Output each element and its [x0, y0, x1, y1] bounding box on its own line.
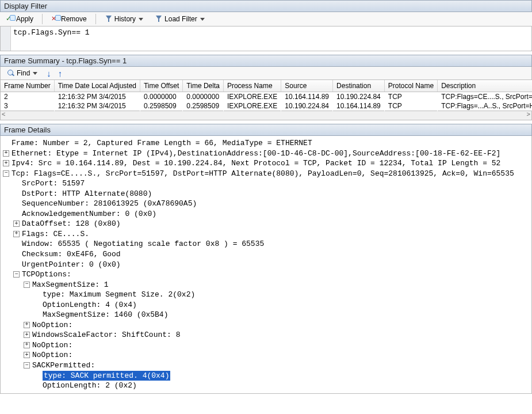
col-frame-number[interactable]: Frame Number	[1, 80, 55, 92]
col-description[interactable]: Description	[438, 80, 532, 92]
tree-toggle	[13, 251, 20, 257]
tree-mss[interactable]: − MaxSegmentSize: 1	[3, 280, 530, 290]
tree-sackpermitted[interactable]: − SACKPermitted:	[3, 360, 530, 371]
tree-toggle	[13, 191, 20, 197]
load-filter-icon	[155, 15, 163, 23]
tree-tcpoptions[interactable]: − TCPOptions:	[3, 269, 530, 280]
remove-icon	[51, 15, 59, 23]
col-destination[interactable]: Destination	[333, 80, 385, 92]
tree-label: DataOffset: 128 (0x80)	[22, 219, 121, 229]
col-time-date[interactable]: Time Date Local Adjusted	[54, 80, 140, 92]
cell-destination: 10.164.114.89	[333, 101, 385, 111]
tree-label: MaxSegmentSize: 1	[32, 280, 109, 290]
cell-description: TCP:Flags=CE....S., SrcPort=51597, DstPo…	[438, 92, 532, 102]
chevron-down-icon	[33, 72, 37, 75]
tree-window[interactable]: Window: 65535 ( Negotiating scale factor…	[3, 239, 530, 249]
tree-label: Tcp: Flags=CE....S., SrcPort=51597, DstP…	[12, 169, 514, 179]
tree-label: Window: 65535 ( Negotiating scale factor…	[22, 239, 264, 249]
tree-toggle[interactable]: +	[13, 221, 20, 227]
tree-srcport[interactable]: SrcPort: 51597	[3, 178, 530, 189]
display-filter-toolbar: Apply Remove History Load Filter	[0, 12, 532, 26]
horizontal-scrollbar[interactable]	[0, 111, 532, 120]
tree-noopt[interactable]: + NoOption:	[3, 320, 530, 331]
toolbar-separator	[42, 14, 43, 24]
tree-flags[interactable]: + Flags: CE....S.	[3, 229, 530, 240]
tree-label: SequenceNumber: 2810613925 (0xA78690A5)	[22, 199, 197, 209]
tree-label: NoOption:	[32, 340, 72, 351]
tree-toggle[interactable]: +	[24, 352, 30, 358]
col-process-name[interactable]: Process Name	[223, 80, 281, 92]
tree-label: type: Maximum Segment Size. 2(0x2)	[43, 290, 195, 300]
display-filter-title: Display Filter	[4, 2, 47, 10]
tree-toggle	[34, 291, 40, 298]
tree-wsf[interactable]: + WindowsScaleFactor: ShiftCount: 8	[3, 330, 530, 340]
tree-ethernet[interactable]: + Ethernet: Etype = Internet IP (IPv4),D…	[3, 149, 530, 159]
filter-input-area: tcp.Flags.Syn== 1	[0, 26, 532, 51]
tree-label: UrgentPointer: 0 (0x0)	[22, 260, 121, 270]
filter-expression-input[interactable]: tcp.Flags.Syn== 1	[11, 26, 531, 51]
tree-seqnum[interactable]: SequenceNumber: 2810613925 (0xA78690A5)	[3, 199, 530, 209]
tree-toggle	[34, 373, 40, 379]
tree-noopt[interactable]: + NoOption:	[3, 340, 530, 351]
cell-time-delta: 0.2598509	[183, 101, 224, 111]
find-dropdown[interactable]: Find	[3, 68, 41, 78]
tree-dstport[interactable]: DstPort: HTTP Alternate(8080)	[3, 189, 530, 199]
tree-label-selected: type: SACK permitted. 4(0x4)	[43, 371, 170, 381]
tree-sack-len[interactable]: OptionLength: 2 (0x2)	[3, 381, 530, 391]
tree-toggle[interactable]: −	[13, 271, 20, 278]
tree-dataoffset[interactable]: + DataOffset: 128 (0x80)	[3, 219, 530, 229]
tree-acknum[interactable]: AcknowledgementNumber: 0 (0x0)	[3, 209, 530, 219]
down-arrow-button[interactable]: ↓	[45, 69, 53, 78]
tree-toggle	[34, 382, 40, 389]
table-row[interactable]: 3 12:16:32 PM 3/4/2015 0.2598509 0.25985…	[1, 101, 533, 111]
tree-toggle	[13, 261, 20, 268]
display-filter-header: Display Filter	[0, 0, 532, 12]
cell-description: TCP:Flags=...A..S., SrcPort=HTTP Alterna…	[438, 101, 532, 111]
up-arrow-button[interactable]: ↑	[56, 69, 64, 78]
cell-time-offset: 0.2598509	[140, 101, 182, 111]
tree-label: Ethernet: Etype = Internet IP (IPv4),Des…	[12, 149, 500, 159]
chevron-down-icon	[139, 18, 143, 21]
tree-sack-type[interactable]: type: SACK permitted. 4(0x4)	[3, 371, 530, 381]
col-protocol[interactable]: Protocol Name	[384, 80, 437, 92]
tree-toggle	[13, 241, 20, 247]
tree-toggle	[13, 211, 20, 217]
apply-button[interactable]: Apply	[2, 14, 37, 24]
tree-toggle[interactable]: −	[24, 362, 30, 369]
tree-noopt[interactable]: + NoOption:	[3, 350, 530, 360]
tree-mss-len[interactable]: OptionLength: 4 (0x4)	[3, 300, 530, 310]
tree-label: MaxSegmentSize: 1460 (0x5B4)	[43, 310, 168, 320]
cell-process-name: IEXPLORE.EXE	[223, 101, 281, 111]
cell-frame-number: 3	[1, 101, 55, 111]
remove-button[interactable]: Remove	[47, 14, 91, 24]
tree-frame[interactable]: Frame: Number = 2, Captured Frame Length…	[3, 138, 530, 149]
tree-label: SACKPermitted:	[32, 360, 95, 371]
tree-toggle[interactable]: +	[13, 231, 20, 237]
tree-checksum[interactable]: Checksum: 0xE4F6, Good	[3, 249, 530, 260]
tree-mss-val[interactable]: MaxSegmentSize: 1460 (0x5B4)	[3, 310, 530, 320]
tree-toggle[interactable]: +	[24, 342, 30, 348]
tree-toggle[interactable]: −	[3, 170, 9, 177]
tree-ipv4[interactable]: + Ipv4: Src = 10.164.114.89, Dest = 10.1…	[3, 158, 530, 169]
tree-toggle[interactable]: +	[24, 332, 30, 338]
frame-details-title: Frame Details	[4, 126, 51, 134]
table-row[interactable]: 2 12:16:32 PM 3/4/2015 0.0000000 0.00000…	[1, 92, 533, 102]
tree-toggle	[34, 302, 40, 308]
tree-label: NoOption:	[32, 320, 72, 331]
load-filter-dropdown[interactable]: Load Filter	[151, 14, 209, 24]
tree-toggle[interactable]: +	[3, 160, 9, 166]
tree-label: Flags: CE....S.	[22, 229, 89, 240]
tree-toggle[interactable]: −	[24, 282, 30, 288]
history-dropdown[interactable]: History	[101, 14, 147, 24]
cell-time-delta: 0.0000000	[183, 92, 224, 102]
cell-protocol: TCP	[384, 92, 437, 102]
col-time-offset[interactable]: Time Offset	[140, 80, 182, 92]
col-source[interactable]: Source	[281, 80, 333, 92]
tree-toggle[interactable]: +	[24, 322, 30, 328]
tree-mss-type[interactable]: type: Maximum Segment Size. 2(0x2)	[3, 290, 530, 300]
col-time-delta[interactable]: Time Delta	[183, 80, 224, 92]
tree-toggle[interactable]: +	[3, 150, 9, 157]
tree-tcp[interactable]: − Tcp: Flags=CE....S., SrcPort=51597, Ds…	[3, 169, 530, 179]
remove-label: Remove	[61, 15, 87, 23]
tree-urgent[interactable]: UrgentPointer: 0 (0x0)	[3, 260, 530, 270]
